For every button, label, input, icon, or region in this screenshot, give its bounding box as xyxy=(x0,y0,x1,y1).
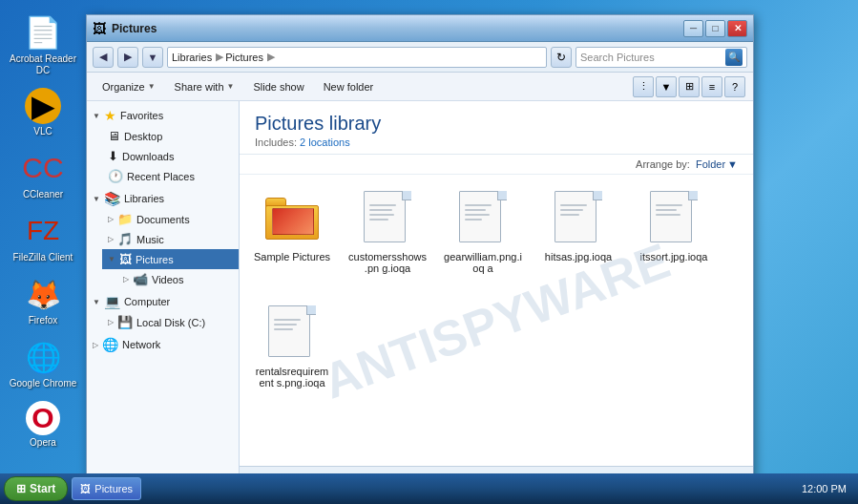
dropdown-button[interactable]: ▼ xyxy=(142,47,163,68)
favorites-header[interactable]: ▼ ★ Favorites xyxy=(87,105,239,126)
arrange-label: Arrange by: xyxy=(636,158,690,170)
nav-item-recent[interactable]: 🕐 Recent Places xyxy=(102,166,239,186)
nav-item-local-disk[interactable]: ▷ 💾 Local Disk (C:) xyxy=(102,312,239,332)
doc-lines-3 xyxy=(560,204,587,216)
downloads-nav-icon: ⬇ xyxy=(108,149,118,163)
libraries-triangle: ▼ xyxy=(93,195,100,203)
search-box[interactable]: Search Pictures 🔍 xyxy=(575,47,747,68)
file-label-hitsas: hitsas.jpg.ioqa xyxy=(545,251,612,262)
doc-line xyxy=(465,204,492,206)
taskbar-items: 🖼 Pictures xyxy=(68,477,794,500)
nav-item-videos[interactable]: ▷ 📹 Videos xyxy=(102,269,239,289)
downloads-nav-label: Downloads xyxy=(122,151,174,162)
doc-line xyxy=(465,209,486,211)
share-label: Share with xyxy=(175,81,224,93)
doc-lines-5 xyxy=(274,319,301,330)
file-item-hitsas[interactable]: hitsas.jpg.ioqa xyxy=(535,184,621,280)
help-button[interactable]: ? xyxy=(724,76,745,97)
doc-line xyxy=(465,219,482,220)
desktop-icon-filezilla[interactable]: FZ FileZilla Client xyxy=(5,208,81,267)
start-button[interactable]: ⊞ Start xyxy=(4,476,68,501)
close-button[interactable]: ✕ xyxy=(727,20,747,37)
network-header[interactable]: ▷ 🌐 Network xyxy=(87,334,239,355)
doc-lines-4 xyxy=(656,204,682,216)
nav-item-desktop[interactable]: 🖥 Desktop xyxy=(102,126,239,146)
forward-button[interactable]: ▶ xyxy=(117,47,138,68)
file-item-gearwilliam[interactable]: gearwilliam.png.ioq a xyxy=(440,184,526,280)
vlc-label: VLC xyxy=(33,126,52,137)
nav-item-documents[interactable]: ▷ 📁 Documents xyxy=(102,209,239,229)
desktop-icon-ccleaner[interactable]: CC CCleaner xyxy=(5,145,81,204)
doc-line xyxy=(369,219,388,220)
desktop-icon-vlc[interactable]: ▶ VLC xyxy=(5,84,81,141)
disk-nav-label: Local Disk (C:) xyxy=(136,317,205,328)
search-button[interactable]: 🔍 xyxy=(725,49,743,66)
ccleaner-label: CCleaner xyxy=(23,189,63,200)
view-extra-button[interactable]: ⋮ xyxy=(633,76,654,97)
file-label-rentals: rentalsrequirement s.png.ioqa xyxy=(253,366,331,388)
subtitle-prefix: Includes: xyxy=(255,136,297,148)
doc-line xyxy=(656,204,682,206)
doc-line xyxy=(369,204,396,206)
view-toggle-button[interactable]: ▼ xyxy=(656,76,677,97)
disk-expand-icon: ▷ xyxy=(108,318,114,326)
path-separator-2: ▶ xyxy=(267,51,275,63)
path-libraries: Libraries ▶ xyxy=(172,51,225,63)
file-item-sample-pictures[interactable]: Sample Pictures xyxy=(249,184,335,280)
back-button[interactable]: ◀ xyxy=(93,47,114,68)
view-details-button[interactable]: ≡ xyxy=(701,76,722,97)
doc-line xyxy=(274,324,297,326)
desktop-icon-opera[interactable]: O Opera xyxy=(5,397,81,452)
libraries-header[interactable]: ▼ 📚 Libraries xyxy=(87,188,239,209)
nav-item-downloads[interactable]: ⬇ Downloads xyxy=(102,146,239,166)
doc-line xyxy=(369,209,392,211)
nav-pane: ▼ ★ Favorites 🖥 Desktop ⬇ Downloads 🕐 xyxy=(87,101,240,489)
library-header: Pictures library Includes: 2 locations xyxy=(240,101,753,155)
subtitle-count[interactable]: 2 locations xyxy=(300,136,350,148)
documents-nav-label: Documents xyxy=(136,214,190,225)
address-path[interactable]: Libraries ▶ Pictures ▶ xyxy=(167,47,547,68)
desktop-icon-acrobat[interactable]: 📄 Acrobat Reader DC xyxy=(5,10,81,80)
pictures-nav-label: Pictures xyxy=(136,254,174,265)
view-large-button[interactable]: ⊞ xyxy=(679,76,700,97)
organize-button[interactable]: Organize ▼ xyxy=(94,75,163,98)
desktop-icon-chrome[interactable]: 🌐 Google Chrome xyxy=(5,334,81,393)
path-label-pictures: Pictures xyxy=(225,52,263,63)
desktop-icon-firefox[interactable]: 🦊 Firefox xyxy=(5,271,81,330)
favorites-triangle: ▼ xyxy=(93,112,100,120)
videos-expand-icon: ▷ xyxy=(123,275,129,284)
nav-item-pictures[interactable]: ▼ 🖼 Pictures xyxy=(102,249,239,269)
file-item-itssort[interactable]: itssort.jpg.ioqa xyxy=(631,184,717,280)
slideshow-button[interactable]: Slide show xyxy=(245,75,311,98)
videos-nav-label: Videos xyxy=(152,274,183,285)
nav-item-music[interactable]: ▷ 🎵 Music xyxy=(102,229,239,249)
share-with-button[interactable]: Share with ▼ xyxy=(167,75,242,98)
doc-fold-4 xyxy=(688,191,698,200)
doc-line xyxy=(560,214,579,216)
computer-header[interactable]: ▼ 💻 Computer xyxy=(87,291,239,312)
disk-nav-icon: 💾 xyxy=(117,315,133,329)
doc-line xyxy=(656,209,677,211)
file-item-rentals[interactable]: rentalsrequirement s.png.ioqa xyxy=(249,299,335,394)
taskbar-item-pictures[interactable]: 🖼 Pictures xyxy=(72,477,141,500)
new-folder-label: New folder xyxy=(324,81,374,93)
maximize-button[interactable]: □ xyxy=(705,20,725,37)
nav-section-favorites: ▼ ★ Favorites 🖥 Desktop ⬇ Downloads 🕐 xyxy=(87,105,239,186)
ccleaner-icon: CC xyxy=(24,149,62,187)
main-content: ▼ ★ Favorites 🖥 Desktop ⬇ Downloads 🕐 xyxy=(87,101,753,489)
network-nav-icon: 🌐 xyxy=(102,337,118,352)
doc-line xyxy=(656,214,680,216)
window-controls: ─ □ ✕ xyxy=(683,20,747,37)
music-nav-icon: 🎵 xyxy=(117,232,133,246)
folder-preview-image xyxy=(272,208,314,235)
doc-icon-itssort xyxy=(645,190,702,247)
new-folder-button[interactable]: New folder xyxy=(316,75,382,98)
minimize-button[interactable]: ─ xyxy=(683,20,703,37)
file-item-customersshows[interactable]: customersshows.pn g.ioqa xyxy=(345,184,430,280)
firefox-icon: 🦊 xyxy=(24,275,62,313)
refresh-button[interactable]: ↻ xyxy=(551,47,572,68)
taskbar-item-label: Pictures xyxy=(94,483,133,494)
doc-icon-gearwilliam xyxy=(454,190,512,247)
arrange-dropdown[interactable]: Folder ▼ xyxy=(696,158,738,170)
window-icon: 🖼 xyxy=(93,21,106,36)
